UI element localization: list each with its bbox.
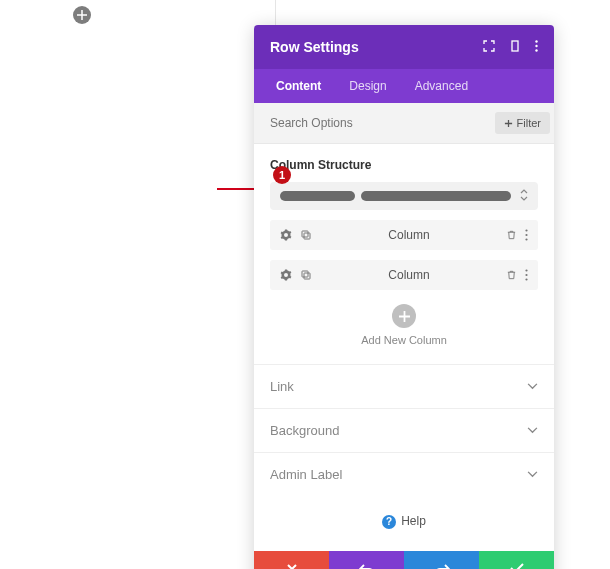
close-icon (286, 563, 298, 570)
add-section-button[interactable] (73, 6, 91, 24)
accordion-label: Admin Label (270, 467, 342, 482)
svg-rect-5 (302, 231, 308, 237)
duplicate-icon[interactable] (300, 229, 312, 241)
svg-rect-10 (302, 271, 308, 277)
help-icon: ? (382, 515, 396, 529)
chevron-down-icon (527, 427, 538, 434)
chevron-down-icon (527, 471, 538, 478)
content-panel: Column Structure Column Col (254, 144, 554, 364)
svg-rect-9 (304, 273, 310, 279)
redo-button[interactable] (404, 551, 479, 570)
plus-icon (399, 311, 410, 322)
gear-icon[interactable] (280, 229, 292, 241)
plus-icon (504, 119, 513, 128)
search-input[interactable] (270, 116, 495, 130)
svg-rect-0 (512, 41, 518, 51)
more-icon[interactable] (535, 38, 538, 56)
svg-point-1 (535, 40, 537, 42)
svg-point-11 (525, 269, 527, 271)
svg-rect-4 (304, 233, 310, 239)
column-structure-title: Column Structure (270, 158, 538, 172)
annotation-badge: 1 (273, 166, 291, 184)
panel-title: Row Settings (270, 39, 359, 55)
column-preview-2 (361, 191, 511, 201)
chevron-down-icon (527, 383, 538, 390)
snap-icon[interactable] (509, 38, 521, 56)
svg-point-13 (525, 278, 527, 280)
more-icon[interactable] (525, 269, 528, 281)
svg-point-7 (525, 234, 527, 236)
footer-bar (254, 551, 554, 570)
accordion-label: Background (270, 423, 339, 438)
more-icon[interactable] (525, 229, 528, 241)
filter-button[interactable]: Filter (495, 112, 550, 134)
tab-design[interactable]: Design (335, 69, 400, 103)
svg-point-12 (525, 274, 527, 276)
save-button[interactable] (479, 551, 554, 570)
column-label: Column (312, 268, 506, 282)
undo-icon (359, 563, 375, 570)
search-row: Filter (254, 103, 554, 144)
add-column-area: Add New Column (270, 304, 538, 346)
svg-point-8 (525, 238, 527, 240)
plus-icon (77, 10, 87, 20)
svg-point-2 (535, 45, 537, 47)
accordion-label: Link (270, 379, 294, 394)
expand-icon[interactable] (483, 38, 495, 56)
check-icon (510, 563, 524, 569)
column-label: Column (312, 228, 506, 242)
help-row[interactable]: ?Help (254, 496, 554, 551)
help-label: Help (401, 514, 426, 528)
accordion-link[interactable]: Link (254, 364, 554, 408)
gear-icon[interactable] (280, 269, 292, 281)
tabs-bar: Content Design Advanced (254, 69, 554, 103)
svg-point-3 (535, 49, 537, 51)
column-structure-selector[interactable] (270, 182, 538, 210)
column-row: Column (270, 260, 538, 290)
cancel-button[interactable] (254, 551, 329, 570)
filter-label: Filter (517, 117, 541, 129)
accordion-background[interactable]: Background (254, 408, 554, 452)
tab-advanced[interactable]: Advanced (401, 69, 482, 103)
column-structure-stepper[interactable] (520, 189, 528, 203)
redo-icon (434, 563, 450, 570)
undo-button[interactable] (329, 551, 404, 570)
svg-point-6 (525, 229, 527, 231)
duplicate-icon[interactable] (300, 269, 312, 281)
row-settings-panel: Row Settings Content Design Advanced Fil… (254, 25, 554, 569)
panel-header: Row Settings (254, 25, 554, 69)
column-row: Column (270, 220, 538, 250)
add-column-button[interactable] (392, 304, 416, 328)
trash-icon[interactable] (506, 269, 517, 281)
trash-icon[interactable] (506, 229, 517, 241)
accordion-admin-label[interactable]: Admin Label (254, 452, 554, 496)
add-column-label: Add New Column (270, 334, 538, 346)
column-preview-1 (280, 191, 355, 201)
tab-content[interactable]: Content (262, 69, 335, 103)
